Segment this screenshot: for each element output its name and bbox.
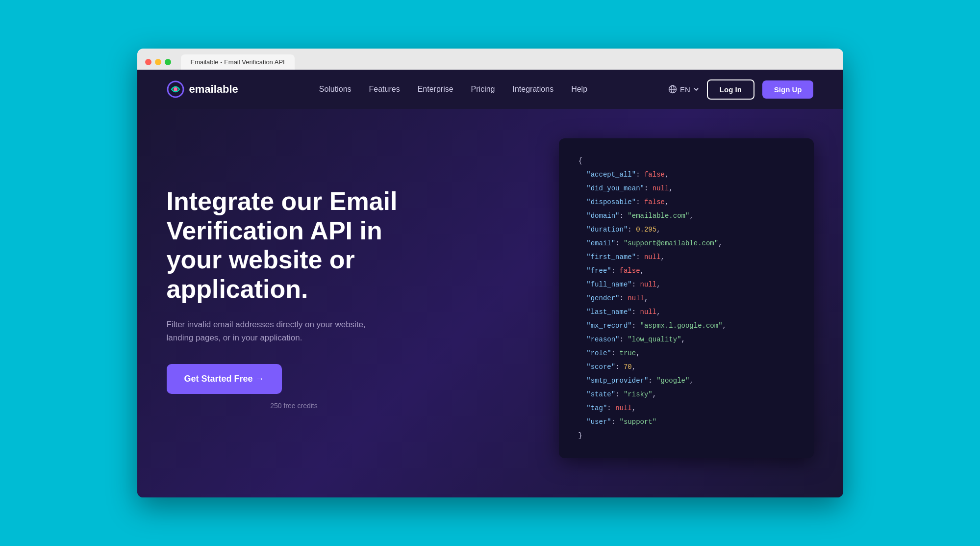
nav-right: EN Log In Sign Up [668, 79, 814, 100]
code-line: "mx_record": "aspmx.l.google.com", [578, 319, 794, 333]
traffic-lights [145, 59, 171, 65]
svg-point-1 [174, 87, 177, 91]
browser-window: Emailable - Email Verification API email… [137, 49, 843, 497]
code-line: "reason": "low_quality", [578, 333, 794, 346]
hero-section: Integrate our Email Verification API in … [137, 109, 843, 497]
nav-links: Solutions Features Enterprise Pricing In… [319, 85, 587, 94]
logo-text: emailable [189, 83, 238, 96]
nav-pricing[interactable]: Pricing [471, 85, 495, 93]
app-container: emailable Solutions Features Enterprise … [137, 70, 843, 497]
nav-enterprise[interactable]: Enterprise [418, 85, 453, 93]
logo-icon [167, 80, 184, 98]
code-line: "state": "risky", [578, 388, 794, 401]
nav-integrations[interactable]: Integrations [513, 85, 554, 93]
code-line: "free": false, [578, 264, 794, 278]
free-credits-label: 250 free credits [167, 402, 422, 410]
nav-features[interactable]: Features [369, 85, 400, 93]
minimize-icon[interactable] [155, 59, 161, 65]
code-line: "did_you_mean": null, [578, 182, 794, 195]
close-icon[interactable] [145, 59, 151, 65]
hero-title: Integrate our Email Verification API in … [167, 187, 422, 304]
hero-subtitle: Filter invalid email addresses directly … [167, 318, 392, 344]
nav-solutions[interactable]: Solutions [319, 85, 352, 93]
navbar: emailable Solutions Features Enterprise … [137, 70, 843, 109]
code-line: "disposable": false, [578, 195, 794, 209]
code-line: "email": "support@emailable.com", [578, 236, 794, 250]
code-line: "tag": null, [578, 401, 794, 415]
chevron-down-icon [693, 86, 699, 92]
code-panel: { "accept_all": false, "did_you_mean": n… [559, 138, 814, 458]
code-line: "first_name": null, [578, 250, 794, 264]
code-line: "full_name": null, [578, 278, 794, 291]
code-line: "role": true, [578, 346, 794, 360]
lang-label: EN [680, 85, 690, 94]
code-line: "smtp_provider": "google", [578, 374, 794, 388]
signup-button[interactable]: Sign Up [762, 80, 814, 99]
code-line: "score": 70, [578, 360, 794, 374]
code-line: } [578, 429, 794, 442]
hero-content: Integrate our Email Verification API in … [167, 187, 422, 410]
code-line: { [578, 154, 794, 168]
cta-button[interactable]: Get Started Free → [167, 364, 282, 394]
login-button[interactable]: Log In [707, 79, 754, 100]
code-line: "duration": 0.295, [578, 223, 794, 236]
browser-tab[interactable]: Emailable - Email Verification API [181, 54, 295, 70]
nav-help[interactable]: Help [571, 85, 587, 93]
code-line: "domain": "emailable.com", [578, 209, 794, 223]
maximize-icon[interactable] [165, 59, 171, 65]
nav-logo[interactable]: emailable [167, 80, 238, 98]
code-line: "last_name": null, [578, 305, 794, 319]
language-selector[interactable]: EN [668, 85, 699, 94]
browser-chrome: Emailable - Email Verification API [137, 49, 843, 70]
code-line: "accept_all": false, [578, 168, 794, 182]
globe-icon [668, 85, 677, 94]
code-line: "user": "support" [578, 415, 794, 429]
code-line: "gender": null, [578, 291, 794, 305]
